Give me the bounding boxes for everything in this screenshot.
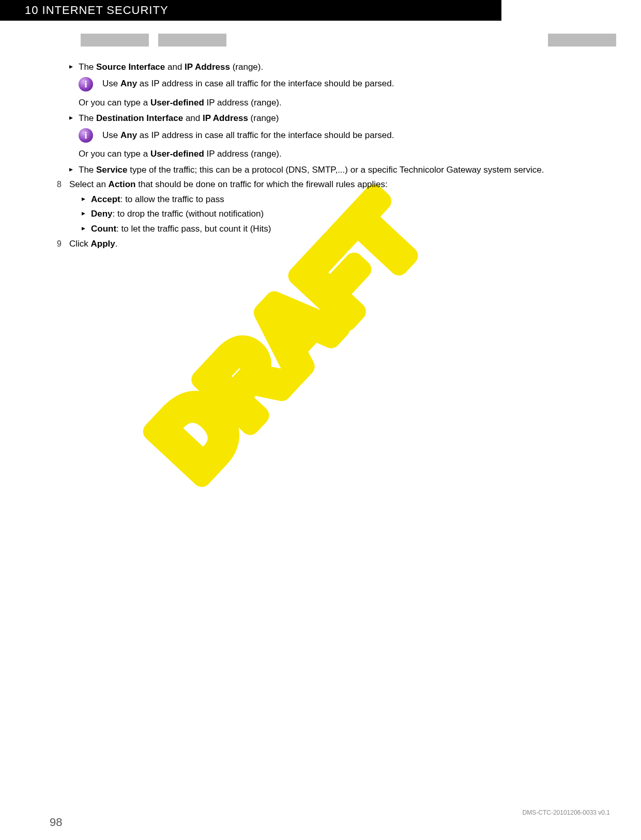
footer: 98	[50, 814, 610, 831]
page-number: 98	[50, 814, 62, 831]
info-note: Use Any as IP address in case all traffi…	[79, 128, 563, 143]
sub-text: Or you can type a User-defined IP addres…	[79, 97, 563, 110]
content-area: The Source Interface and IP Address (ran…	[57, 61, 563, 252]
action-item: Count: to let the traffic pass, but coun…	[91, 223, 563, 236]
tab-box	[81, 34, 149, 47]
info-note: Use Any as IP address in case all traffi…	[79, 77, 563, 91]
chapter-title: INTERNET SECURITY	[42, 2, 169, 19]
step-item: 8 Select an Action that should be done o…	[57, 178, 563, 236]
action-item: Deny: to drop the traffic (without notif…	[91, 208, 563, 221]
tab-row	[81, 34, 616, 47]
info-icon	[79, 128, 93, 143]
tab-box	[158, 34, 226, 47]
step-number: 8	[57, 178, 62, 190]
tab-box	[548, 34, 616, 47]
list-item: The Service type of the traffic; this ca…	[79, 164, 563, 177]
note-text: Use Any as IP address in case all traffi…	[102, 78, 394, 90]
step-item: 9 Click Apply.	[57, 238, 563, 251]
sub-text: Or you can type a User-defined IP addres…	[79, 148, 563, 161]
action-item: Accept: to allow the traffic to pass	[91, 193, 563, 206]
note-text: Use Any as IP address in case all traffi…	[102, 129, 394, 142]
info-icon	[79, 77, 93, 91]
chapter-number: 10	[25, 2, 38, 19]
step-number: 9	[57, 238, 62, 250]
chapter-header: 10 INTERNET SECURITY	[0, 0, 501, 21]
list-item: The Source Interface and IP Address (ran…	[79, 61, 563, 74]
list-item: The Destination Interface and IP Address…	[79, 112, 563, 125]
